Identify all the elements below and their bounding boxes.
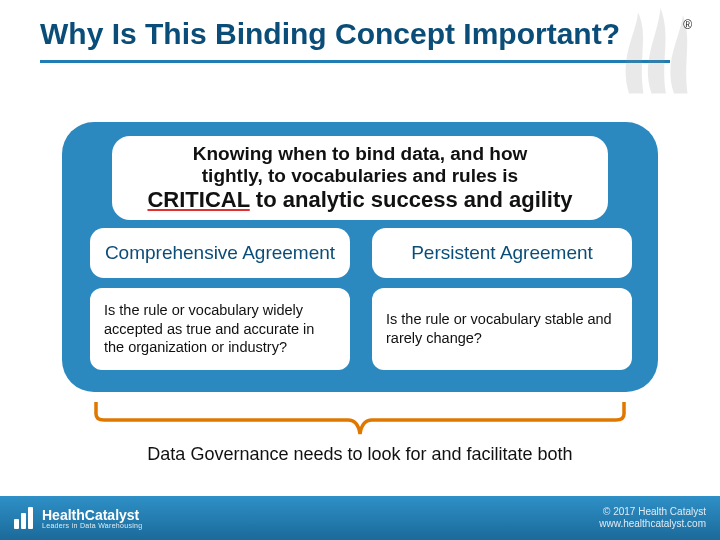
- footer-meta: © 2017 Health Catalyst www.healthcatalys…: [599, 506, 706, 530]
- col-body-comprehensive-text: Is the rule or vocabulary widely accepte…: [104, 301, 336, 358]
- copyright-text: © 2017 Health Catalyst: [603, 506, 706, 518]
- critical-word: CRITICAL: [147, 187, 249, 212]
- col-header-comprehensive: Comprehensive Agreement: [90, 228, 350, 278]
- main-card: Knowing when to bind data, and how tight…: [62, 122, 658, 392]
- brand-tagline: Leaders in Data Warehousing: [42, 522, 142, 529]
- summary-line-1: Knowing when to bind data, and how: [193, 143, 528, 165]
- bracket-label: Data Governance needs to look for and fa…: [0, 444, 720, 465]
- col-header-persistent-label: Persistent Agreement: [411, 243, 593, 263]
- brand-icon: [14, 507, 36, 529]
- summary-box: Knowing when to bind data, and how tight…: [112, 136, 608, 220]
- summary-line-3: CRITICAL to analytic success and agility: [147, 187, 572, 213]
- col-header-comprehensive-label: Comprehensive Agreement: [105, 243, 335, 263]
- col-header-persistent: Persistent Agreement: [372, 228, 632, 278]
- bracket-icon: [92, 400, 628, 440]
- col-body-persistent: Is the rule or vocabulary stable and rar…: [372, 288, 632, 370]
- title-underline: [40, 60, 670, 63]
- footer-bar: HealthCatalyst Leaders in Data Warehousi…: [0, 496, 720, 540]
- summary-rest: to analytic success and agility: [250, 187, 573, 212]
- url-text: www.healthcatalyst.com: [599, 518, 706, 530]
- col-body-persistent-text: Is the rule or vocabulary stable and rar…: [386, 310, 618, 348]
- col-body-comprehensive: Is the rule or vocabulary widely accepte…: [90, 288, 350, 370]
- brand-text: HealthCatalyst Leaders in Data Warehousi…: [42, 508, 142, 529]
- page-title: Why Is This Binding Concept Important?: [40, 18, 680, 50]
- footer-brand: HealthCatalyst Leaders in Data Warehousi…: [14, 507, 142, 529]
- summary-line-2: tightly, to vocabularies and rules is: [202, 165, 518, 187]
- registered-mark: ®: [683, 18, 692, 32]
- slide: Why Is This Binding Concept Important? ®…: [0, 0, 720, 540]
- brand-name: HealthCatalyst: [42, 508, 142, 522]
